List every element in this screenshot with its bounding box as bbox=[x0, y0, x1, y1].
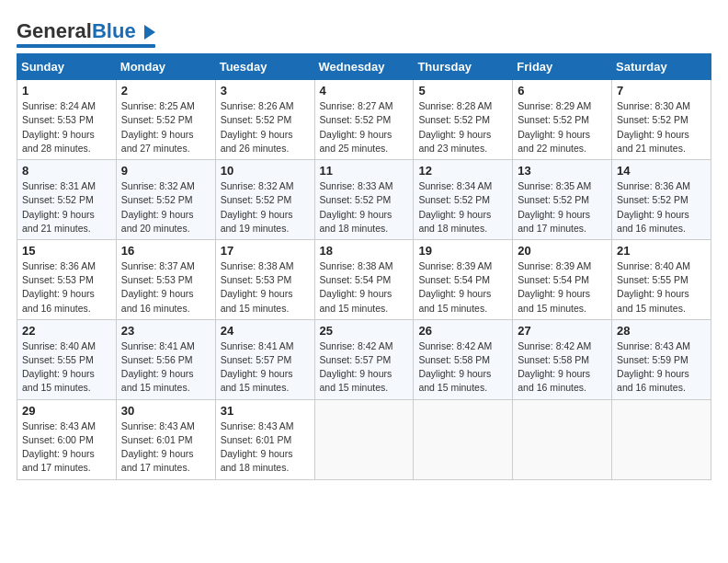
day-detail: Sunrise: 8:35 AMSunset: 5:52 PMDaylight:… bbox=[518, 179, 607, 236]
logo-arrow-icon bbox=[144, 25, 155, 40]
day-number: 29 bbox=[22, 404, 111, 418]
day-detail: Sunrise: 8:42 AMSunset: 5:57 PMDaylight:… bbox=[320, 339, 409, 396]
day-number: 19 bbox=[418, 244, 507, 258]
day-number: 16 bbox=[121, 244, 210, 258]
day-number: 6 bbox=[518, 84, 607, 98]
day-detail: Sunrise: 8:39 AMSunset: 5:54 PMDaylight:… bbox=[518, 259, 607, 316]
day-number: 26 bbox=[418, 324, 507, 338]
calendar-header-wednesday: Wednesday bbox=[314, 54, 414, 80]
day-number: 2 bbox=[121, 84, 210, 98]
calendar-header-saturday: Saturday bbox=[612, 54, 711, 80]
day-number: 28 bbox=[617, 324, 706, 338]
day-detail: Sunrise: 8:33 AMSunset: 5:52 PMDaylight:… bbox=[320, 179, 409, 236]
day-number: 22 bbox=[22, 324, 111, 338]
day-detail: Sunrise: 8:37 AMSunset: 5:53 PMDaylight:… bbox=[121, 259, 210, 316]
calendar-cell: 24Sunrise: 8:41 AMSunset: 5:57 PMDayligh… bbox=[215, 319, 314, 399]
calendar-cell: 2Sunrise: 8:25 AMSunset: 5:52 PMDaylight… bbox=[116, 80, 215, 160]
day-detail: Sunrise: 8:32 AMSunset: 5:52 PMDaylight:… bbox=[221, 179, 310, 236]
calendar-header-sunday: Sunday bbox=[17, 54, 117, 80]
calendar-header-row: SundayMondayTuesdayWednesdayThursdayFrid… bbox=[17, 54, 711, 80]
day-number: 9 bbox=[121, 164, 210, 178]
day-detail: Sunrise: 8:24 AMSunset: 5:53 PMDaylight:… bbox=[22, 99, 111, 155]
calendar-header-friday: Friday bbox=[513, 54, 612, 80]
header: GeneralBlue bbox=[17, 17, 711, 48]
calendar-header-monday: Monday bbox=[116, 54, 215, 80]
calendar-cell: 20Sunrise: 8:39 AMSunset: 5:54 PMDayligh… bbox=[513, 239, 612, 319]
calendar-table: SundayMondayTuesdayWednesdayThursdayFrid… bbox=[17, 53, 711, 479]
day-detail: Sunrise: 8:42 AMSunset: 5:58 PMDaylight:… bbox=[418, 339, 507, 396]
day-detail: Sunrise: 8:40 AMSunset: 5:55 PMDaylight:… bbox=[22, 339, 111, 396]
day-number: 14 bbox=[617, 164, 706, 178]
day-number: 20 bbox=[518, 244, 607, 258]
day-detail: Sunrise: 8:41 AMSunset: 5:57 PMDaylight:… bbox=[221, 339, 310, 396]
logo-blue: Blue bbox=[92, 19, 136, 42]
calendar-cell: 31Sunrise: 8:43 AMSunset: 6:01 PMDayligh… bbox=[215, 399, 314, 479]
calendar-cell: 23Sunrise: 8:41 AMSunset: 5:56 PMDayligh… bbox=[116, 319, 215, 399]
calendar-cell: 27Sunrise: 8:42 AMSunset: 5:58 PMDayligh… bbox=[513, 319, 612, 399]
calendar-week-row-4: 22Sunrise: 8:40 AMSunset: 5:55 PMDayligh… bbox=[17, 319, 711, 399]
calendar-cell bbox=[513, 399, 612, 479]
day-detail: Sunrise: 8:29 AMSunset: 5:52 PMDaylight:… bbox=[518, 99, 607, 155]
calendar-cell: 16Sunrise: 8:37 AMSunset: 5:53 PMDayligh… bbox=[116, 239, 215, 319]
day-number: 13 bbox=[518, 164, 607, 178]
day-number: 15 bbox=[22, 244, 111, 258]
day-detail: Sunrise: 8:36 AMSunset: 5:53 PMDaylight:… bbox=[22, 259, 111, 316]
calendar-cell: 6Sunrise: 8:29 AMSunset: 5:52 PMDaylight… bbox=[513, 80, 612, 160]
day-detail: Sunrise: 8:43 AMSunset: 6:00 PMDaylight:… bbox=[22, 419, 111, 476]
day-number: 27 bbox=[518, 324, 607, 338]
calendar-cell: 8Sunrise: 8:31 AMSunset: 5:52 PMDaylight… bbox=[17, 160, 117, 240]
day-number: 21 bbox=[617, 244, 706, 258]
calendar-cell: 7Sunrise: 8:30 AMSunset: 5:52 PMDaylight… bbox=[612, 80, 711, 160]
calendar-cell: 14Sunrise: 8:36 AMSunset: 5:52 PMDayligh… bbox=[612, 160, 711, 240]
day-number: 5 bbox=[418, 84, 507, 98]
day-detail: Sunrise: 8:38 AMSunset: 5:54 PMDaylight:… bbox=[320, 259, 409, 316]
day-number: 18 bbox=[320, 244, 409, 258]
calendar-cell: 10Sunrise: 8:32 AMSunset: 5:52 PMDayligh… bbox=[215, 160, 314, 240]
day-number: 30 bbox=[121, 404, 210, 418]
calendar-cell: 18Sunrise: 8:38 AMSunset: 5:54 PMDayligh… bbox=[314, 239, 414, 319]
calendar-week-row-5: 29Sunrise: 8:43 AMSunset: 6:00 PMDayligh… bbox=[17, 399, 711, 479]
day-number: 12 bbox=[418, 164, 507, 178]
calendar-cell: 15Sunrise: 8:36 AMSunset: 5:53 PMDayligh… bbox=[17, 239, 117, 319]
day-detail: Sunrise: 8:43 AMSunset: 5:59 PMDaylight:… bbox=[617, 339, 706, 396]
calendar-cell: 19Sunrise: 8:39 AMSunset: 5:54 PMDayligh… bbox=[414, 239, 513, 319]
day-number: 1 bbox=[22, 84, 111, 98]
calendar-cell bbox=[314, 399, 414, 479]
calendar-cell bbox=[414, 399, 513, 479]
day-number: 31 bbox=[221, 404, 310, 418]
calendar-cell: 30Sunrise: 8:43 AMSunset: 6:01 PMDayligh… bbox=[116, 399, 215, 479]
day-detail: Sunrise: 8:42 AMSunset: 5:58 PMDaylight:… bbox=[518, 339, 607, 396]
calendar-cell: 17Sunrise: 8:38 AMSunset: 5:53 PMDayligh… bbox=[215, 239, 314, 319]
calendar-body: 1Sunrise: 8:24 AMSunset: 5:53 PMDaylight… bbox=[17, 80, 711, 479]
day-detail: Sunrise: 8:43 AMSunset: 6:01 PMDaylight:… bbox=[221, 419, 310, 476]
calendar-cell: 11Sunrise: 8:33 AMSunset: 5:52 PMDayligh… bbox=[314, 160, 414, 240]
calendar-cell: 5Sunrise: 8:28 AMSunset: 5:52 PMDaylight… bbox=[414, 80, 513, 160]
day-detail: Sunrise: 8:27 AMSunset: 5:52 PMDaylight:… bbox=[320, 99, 409, 155]
calendar-cell: 9Sunrise: 8:32 AMSunset: 5:52 PMDaylight… bbox=[116, 160, 215, 240]
calendar-header-tuesday: Tuesday bbox=[215, 54, 314, 80]
day-detail: Sunrise: 8:43 AMSunset: 6:01 PMDaylight:… bbox=[121, 419, 210, 476]
day-number: 8 bbox=[22, 164, 111, 178]
day-detail: Sunrise: 8:34 AMSunset: 5:52 PMDaylight:… bbox=[418, 179, 507, 236]
calendar-cell: 12Sunrise: 8:34 AMSunset: 5:52 PMDayligh… bbox=[414, 160, 513, 240]
day-number: 25 bbox=[320, 324, 409, 338]
day-detail: Sunrise: 8:32 AMSunset: 5:52 PMDaylight:… bbox=[121, 179, 210, 236]
calendar-week-row-3: 15Sunrise: 8:36 AMSunset: 5:53 PMDayligh… bbox=[17, 239, 711, 319]
calendar-week-row-1: 1Sunrise: 8:24 AMSunset: 5:53 PMDaylight… bbox=[17, 80, 711, 160]
calendar-cell: 13Sunrise: 8:35 AMSunset: 5:52 PMDayligh… bbox=[513, 160, 612, 240]
day-detail: Sunrise: 8:40 AMSunset: 5:55 PMDaylight:… bbox=[617, 259, 706, 316]
calendar-cell: 1Sunrise: 8:24 AMSunset: 5:53 PMDaylight… bbox=[17, 80, 117, 160]
day-number: 11 bbox=[320, 164, 409, 178]
calendar-week-row-2: 8Sunrise: 8:31 AMSunset: 5:52 PMDaylight… bbox=[17, 160, 711, 240]
day-detail: Sunrise: 8:26 AMSunset: 5:52 PMDaylight:… bbox=[221, 99, 310, 155]
day-number: 17 bbox=[221, 244, 310, 258]
calendar-cell: 28Sunrise: 8:43 AMSunset: 5:59 PMDayligh… bbox=[612, 319, 711, 399]
day-number: 24 bbox=[221, 324, 310, 338]
day-detail: Sunrise: 8:25 AMSunset: 5:52 PMDaylight:… bbox=[121, 99, 210, 155]
logo: GeneralBlue bbox=[17, 20, 155, 48]
day-number: 7 bbox=[617, 84, 706, 98]
day-number: 23 bbox=[121, 324, 210, 338]
calendar-cell: 26Sunrise: 8:42 AMSunset: 5:58 PMDayligh… bbox=[414, 319, 513, 399]
day-detail: Sunrise: 8:36 AMSunset: 5:52 PMDaylight:… bbox=[617, 179, 706, 236]
day-detail: Sunrise: 8:30 AMSunset: 5:52 PMDaylight:… bbox=[617, 99, 706, 155]
